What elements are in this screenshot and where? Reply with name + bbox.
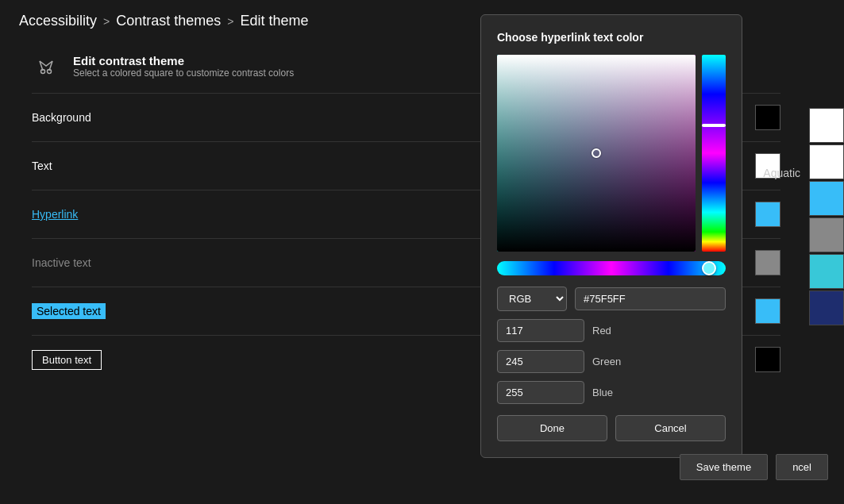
selected-text-label: Selected text: [32, 303, 106, 319]
right-swatch-3[interactable]: [809, 181, 844, 216]
breadcrumb-item-edit-theme: Edit theme: [240, 13, 308, 29]
right-swatch-1[interactable]: [809, 108, 844, 143]
theme-editor-title: Edit contrast theme: [73, 54, 294, 67]
breadcrumb-sep-2: >: [227, 15, 233, 28]
button-text-swatch[interactable]: [755, 347, 780, 372]
right-swatch-2[interactable]: [809, 144, 844, 179]
breadcrumb-item-contrast-themes[interactable]: Contrast themes: [116, 13, 221, 29]
hex-input[interactable]: [575, 287, 726, 310]
right-swatch-6[interactable]: [809, 290, 844, 325]
svg-point-1: [48, 70, 52, 74]
hue-slider-bar[interactable]: [497, 261, 726, 275]
picker-gradient-area: [497, 55, 726, 252]
blue-label: Blue: [592, 387, 624, 398]
bottom-cancel-button[interactable]: ncel: [776, 454, 828, 480]
blue-input[interactable]: [497, 381, 584, 404]
inactive-text-swatch[interactable]: [755, 250, 780, 275]
cancel-button[interactable]: Cancel: [615, 415, 726, 441]
svg-point-0: [41, 70, 45, 74]
selected-text-swatch[interactable]: [755, 298, 780, 324]
color-picker-modal: Choose hyperlink text color RGB HSV HSL: [480, 14, 742, 458]
green-input[interactable]: [497, 350, 584, 373]
red-input[interactable]: [497, 319, 584, 342]
right-swatch-4[interactable]: [809, 217, 844, 252]
hyperlink-label[interactable]: Hyperlink: [32, 208, 78, 221]
breadcrumb-item-accessibility[interactable]: Accessibility: [19, 13, 97, 29]
picker-buttons: Done Cancel: [497, 415, 726, 441]
inactive-text-label: Inactive text: [32, 256, 91, 269]
bottom-action-buttons: Save theme ncel: [680, 454, 828, 480]
breadcrumb-sep-1: >: [103, 15, 110, 28]
picker-controls: RGB HSV HSL Red Green Blue: [497, 287, 726, 404]
picker-green-row: Green: [497, 350, 726, 373]
save-theme-button[interactable]: Save theme: [680, 454, 768, 480]
picker-model-hex-row: RGB HSV HSL: [497, 287, 726, 311]
hue-strip[interactable]: [702, 55, 726, 252]
text-label: Text: [32, 160, 52, 172]
background-label: Background: [32, 111, 91, 124]
hue-thumb: [702, 124, 726, 127]
green-label: Green: [592, 356, 624, 367]
picker-title: Choose hyperlink text color: [497, 31, 726, 44]
color-model-select[interactable]: RGB HSV HSL: [497, 287, 567, 311]
picker-cursor[interactable]: [592, 148, 601, 158]
aquatic-label: Aquatic: [763, 167, 800, 179]
theme-editor-header-text: Edit contrast theme Select a colored squ…: [73, 54, 294, 79]
right-swatch-5[interactable]: [809, 254, 844, 289]
hyperlink-swatch[interactable]: [755, 202, 780, 227]
done-button[interactable]: Done: [497, 415, 607, 441]
background-swatch[interactable]: [755, 105, 780, 130]
hue-slider-thumb[interactable]: [702, 261, 716, 275]
gradient-canvas[interactable]: [497, 55, 696, 252]
theme-editor-subtitle: Select a colored square to customize con…: [73, 67, 294, 79]
red-label: Red: [592, 325, 624, 337]
picker-red-row: Red: [497, 319, 726, 342]
picker-blue-row: Blue: [497, 381, 726, 404]
right-swatches: Aquatic: [809, 79, 844, 325]
button-text-label: Button text: [32, 350, 102, 370]
edit-theme-icon: [32, 52, 60, 80]
